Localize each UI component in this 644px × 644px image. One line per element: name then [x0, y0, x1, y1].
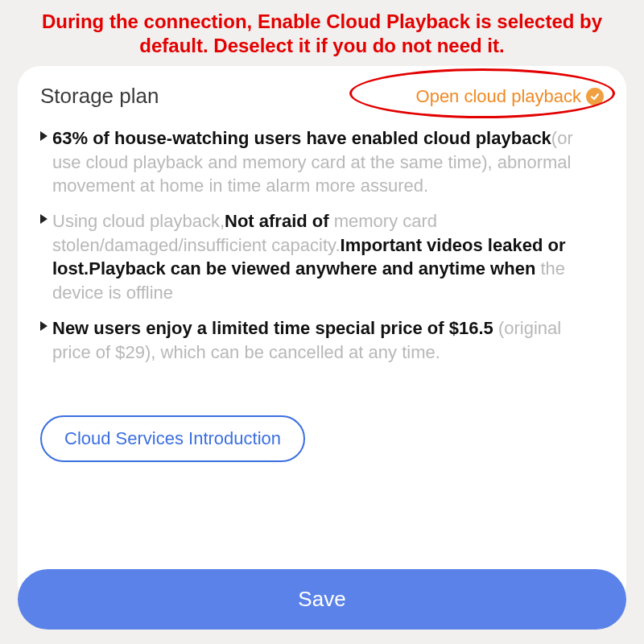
list-item: Using cloud playback,Not afraid of memor… [40, 209, 604, 305]
bullet-icon [40, 214, 47, 224]
text-grey: Using cloud playback, [52, 211, 225, 231]
bullet-icon [40, 321, 47, 331]
open-cloud-playback-toggle[interactable]: Open cloud playback [416, 86, 604, 107]
list-item: New users enjoy a limited time special p… [40, 316, 604, 364]
checkmark-icon [586, 88, 604, 105]
instruction-annotation: During the connection, Enable Cloud Play… [0, 0, 644, 63]
feature-list: 63% of house-watching users have enabled… [40, 126, 604, 364]
save-button[interactable]: Save [18, 569, 626, 630]
card-title: Storage plan [40, 84, 159, 109]
list-item: 63% of house-watching users have enabled… [40, 126, 604, 198]
bullet-icon [40, 131, 47, 141]
text-bold: Not afraid of [225, 211, 329, 231]
cloud-services-intro-button[interactable]: Cloud Services Introduction [40, 415, 305, 462]
text-bold: 63% of house-watching users have enabled… [52, 128, 551, 148]
toggle-label: Open cloud playback [416, 86, 581, 107]
card-header: Storage plan Open cloud playback [40, 84, 604, 109]
text-bold: New users enjoy a limited time special p… [52, 318, 493, 338]
storage-plan-card: Storage plan Open cloud playback 63% of … [18, 66, 626, 605]
